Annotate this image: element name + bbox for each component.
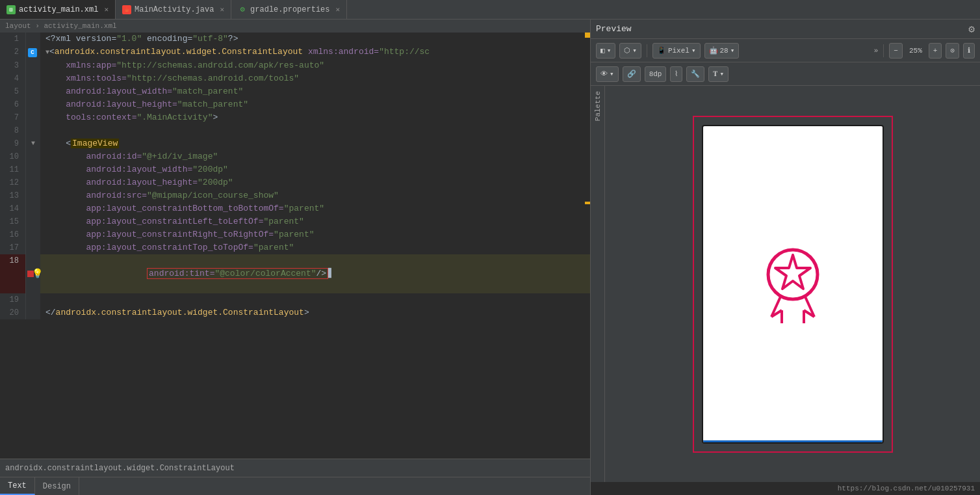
code-line-10: 10 android:id="@+id/iv_image" [0,150,590,163]
line-num-8: 8 [0,124,26,137]
c-badge: C [28,48,37,57]
palette-label[interactable]: Palette [593,88,603,124]
code-line-8: 8 [0,124,590,137]
tab-bar: ▤ activity_main.xml ✕ ☕ MainActivity.jav… [0,0,980,20]
line-content-15[interactable]: app:layout_constraintLeft_toLeftOf="pare… [40,215,590,228]
sep2 [883,44,884,57]
line-gutter-15 [26,215,40,228]
device-btn[interactable]: 📱 Pixel ▾ [652,43,701,59]
magnet-btn[interactable]: 🔗 [623,66,641,82]
snap-dp-label: 8dp [649,70,662,78]
preview-toolbar: ◧ ▾ ⬡ ▾ 📱 Pixel ▾ 🤖 28 ▾ » − [591,39,980,62]
code-line-9: 9 ▼ <ImageView [0,137,590,150]
zoom-fit-icon: ⊙ [950,46,955,55]
tab-close-gradle[interactable]: ✕ [336,5,341,14]
tab-label-xml: activity_main.xml [19,5,98,14]
tab-main-activity-java[interactable]: ☕ MainActivity.java ✕ [116,0,231,19]
zoom-in-icon: + [933,47,938,55]
award-svg [757,242,829,327]
line-content-6[interactable]: android:layout_height="match_parent" [40,98,590,111]
line-content-4[interactable]: xmlns:tools="http://schemas.android.com/… [40,72,590,85]
line-gutter-13 [26,189,40,202]
line-gutter-18: 💡 [26,254,40,293]
line-num-7: 7 [0,111,26,124]
line-content-1[interactable]: <?xml version="1.0" encoding="utf-8"?> [40,33,590,46]
line-num-13: 13 [0,189,26,202]
line-gutter-10 [26,150,40,163]
phone-icon: 📱 [657,46,666,55]
line-num-16: 16 [0,228,26,241]
bottom-tab-design[interactable]: Design [35,477,79,495]
line-gutter-11 [26,163,40,176]
line-content-5[interactable]: android:layout_width="match_parent" [40,85,590,98]
api-label: 28 [720,47,729,55]
line-gutter-9: ▼ [26,137,40,150]
award-icon [754,239,832,330]
code-line-13: 13 android:src="@mipmap/icon_course_show… [0,189,590,202]
line-gutter-5 [26,85,40,98]
preview-area: Preview ⚙ ◧ ▾ ⬡ ▾ 📱 Pixel ▾ 🤖 28 [590,20,980,495]
preview-title: Preview [596,24,968,34]
preview-url-text: https://blog.csdn.net/u010257931 [838,485,975,492]
tools-btn[interactable]: 🔧 [686,66,704,82]
line-content-17[interactable]: app:layout_constraintTop_toTopOf="parent… [40,241,590,254]
line-num-6: 6 [0,98,26,111]
preview-header: Preview ⚙ [591,20,980,39]
code-line-14: 14 app:layout_constraintBottom_toBottomO… [0,202,590,215]
toolbar-double-arrow: » [874,47,879,55]
line-content-3[interactable]: xmlns:app="http://schemas.android.com/ap… [40,59,590,72]
line-content-13[interactable]: android:src="@mipmap/icon_course_show" [40,189,590,202]
settings-icon[interactable]: ⚙ [968,23,975,36]
line-content-18[interactable]: android:tint="@color/colorAccent"/>▋ [40,254,590,293]
line-content-19[interactable] [40,293,590,306]
bottom-tab-text[interactable]: Text [0,477,35,495]
xml-icon: ▤ [6,5,16,14]
line-num-10: 10 [0,150,26,163]
tab-gradle-properties[interactable]: ⚙ gradle.properties ✕ [231,0,347,19]
line-content-7[interactable]: tools:context=".MainActivity"> [40,111,590,124]
error-square-icon [27,271,34,277]
editor-area: layout › activity_main.xml 1 <?xml versi… [0,20,590,495]
zoom-out-btn[interactable]: − [889,43,903,59]
eye-btn[interactable]: 👁 ▾ [596,66,619,82]
snap-dp-btn[interactable]: 8dp [645,66,667,82]
line-content-16[interactable]: app:layout_constraintRight_toRightOf="pa… [40,228,590,241]
line-content-20[interactable]: </androidx.constraintlayout.widget.Const… [40,306,590,319]
code-line-3: 3 xmlns:app="http://schemas.android.com/… [0,59,590,72]
zoom-reset-icon: ℹ [968,46,970,55]
tab-label-gradle: gradle.properties [250,5,329,14]
tab-close-xml[interactable]: ✕ [104,5,109,14]
zoom-fit-btn[interactable]: ⊙ [946,43,959,59]
api-btn[interactable]: 🤖 28 ▾ [704,43,740,59]
zoom-reset-btn[interactable]: ℹ [963,43,975,59]
api-arrow: ▾ [730,46,735,55]
line-content-10[interactable]: android:id="@+id/iv_image" [40,150,590,163]
text-icon: 𝐓 [713,70,717,78]
tab-activity-main-xml[interactable]: ▤ activity_main.xml ✕ [0,0,116,19]
line-gutter-19 [26,293,40,306]
line-num-12: 12 [0,176,26,189]
line-content-12[interactable]: android:layout_height="200dp" [40,176,590,189]
line-content-14[interactable]: app:layout_constraintBottom_toBottomOf="… [40,202,590,215]
line-content-11[interactable]: android:layout_width="200dp" [40,163,590,176]
line-gutter-2: C [26,46,40,59]
code-line-2: 2 C ▼<androidx.constraintlayout.widget.C… [0,46,590,59]
code-line-12: 12 android:layout_height="200dp" [0,176,590,189]
code-line-6: 6 android:layout_height="match_parent" [0,98,590,111]
line-content-8[interactable] [40,124,590,137]
code-editor[interactable]: 1 <?xml version="1.0" encoding="utf-8"?>… [0,33,590,459]
text-btn[interactable]: 𝐓 ▾ [708,66,729,82]
line-content-2[interactable]: ▼<androidx.constraintlayout.widget.Const… [40,46,590,59]
line-gutter-14 [26,202,40,215]
design-surface-icon: ◧ [600,46,605,55]
blueprint-btn[interactable]: ⬡ ▾ [619,43,641,59]
preview-canvas[interactable] [605,86,980,482]
code-line-4: 4 xmlns:tools="http://schemas.android.co… [0,72,590,85]
magnet-icon: 🔗 [627,70,636,78]
text-arrow: ▾ [719,70,724,78]
line-content-9[interactable]: <ImageView [40,137,590,150]
design-surface-btn[interactable]: ◧ ▾ [596,43,615,59]
connect-btn[interactable]: ⌇ [670,66,682,82]
tab-close-java[interactable]: ✕ [220,5,224,14]
zoom-in-btn[interactable]: + [929,43,942,59]
